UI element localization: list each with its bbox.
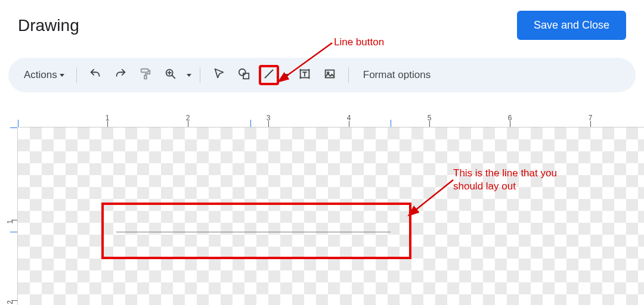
undo-icon [89,67,102,83]
zoom-button[interactable] [160,65,181,85]
cursor-icon [212,67,225,83]
annotation-line-button-label: Line button [334,36,384,49]
separator [200,67,200,83]
vertical-ruler[interactable]: 1 2 [0,127,18,305]
save-and-close-button[interactable]: Save and Close [517,11,626,40]
drawn-horizontal-line[interactable] [116,232,391,232]
paint-format-button[interactable] [135,65,156,85]
svg-rect-4 [243,73,249,79]
zoom-icon [164,67,177,83]
drawing-canvas[interactable] [18,127,644,305]
redo-button[interactable] [110,65,131,85]
redo-icon [114,67,127,83]
chevron-down-icon [60,74,64,77]
svg-rect-0 [141,69,148,73]
canvas-area: 1 2 3 4 5 6 7 1 2 [0,113,644,305]
svg-line-8 [284,43,332,77]
annotation-line-callout-label: This is the line that you should lay out [453,167,572,193]
undo-button[interactable] [85,65,106,85]
annotation-arrow-2 [411,180,459,216]
separator [348,67,349,83]
actions-label: Actions [24,69,57,81]
separator [76,67,77,83]
shape-tool-button[interactable] [234,65,254,85]
paint-roller-icon [139,67,152,83]
select-tool-button[interactable] [209,65,229,85]
line-tool-button[interactable] [259,65,279,85]
line-icon [262,67,275,83]
page-title: Drawing [18,16,79,35]
shape-icon [237,67,250,83]
svg-line-9 [414,180,453,211]
actions-menu-button[interactable]: Actions [20,66,68,85]
format-options-button[interactable]: Format options [363,69,431,81]
annotation-arrow-1 [281,43,341,85]
horizontal-ruler[interactable]: 1 2 3 4 5 6 7 [18,113,644,127]
header: Drawing Save and Close [0,0,644,43]
svg-point-3 [239,69,246,76]
svg-rect-1 [144,76,147,79]
zoom-dropdown-icon[interactable] [187,74,191,77]
